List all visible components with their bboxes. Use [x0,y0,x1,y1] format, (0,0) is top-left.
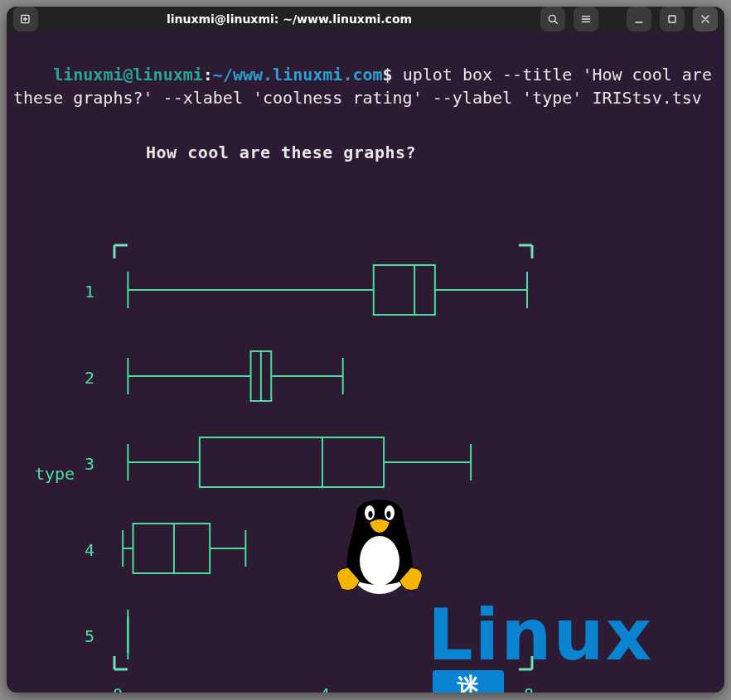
svg-rect-27 [200,437,384,487]
titlebar: linuxmi@linuxmi: ~/www.linuxmi.com [7,7,724,31]
hamburger-icon [579,12,593,26]
prompt-user: linuxmi [53,65,123,84]
prompt-sep: : [203,65,213,84]
box-plot-svg [13,239,724,693]
minimize-button[interactable] [627,7,651,31]
terminal-body[interactable]: linuxmi@linuxmi:~/www.linuxmi.com$ uplot… [7,31,724,693]
svg-rect-33 [133,524,211,573]
svg-rect-2 [669,16,675,22]
prompt-line: linuxmi@linuxmi:~/www.linuxmi.com$ uplot… [13,65,722,108]
chart-title: How cool are these graphs? [146,141,718,164]
close-icon [699,12,712,26]
window-title: linuxmi@linuxmi: ~/www.linuxmi.com [38,13,540,25]
new-tab-button[interactable] [13,7,38,31]
prompt-symbol: $ [383,65,393,84]
search-button[interactable] [540,7,565,31]
svg-rect-15 [374,265,435,315]
prompt-path: ~/www.linuxmi.com [213,65,383,84]
minimize-icon [632,12,646,26]
menu-button[interactable] [574,7,598,31]
search-icon [546,12,559,26]
close-button[interactable] [693,7,718,31]
chart-area: type 1 2 3 4 5 0 4 8 coolness rating [13,239,718,693]
maximize-button[interactable] [660,7,685,31]
maximize-icon [666,12,679,26]
svg-point-1 [549,15,555,22]
new-tab-icon [19,12,32,26]
prompt-host: linuxmi [133,65,203,84]
prompt-at: @ [123,65,133,84]
terminal-window: linuxmi@linuxmi: ~/www.linuxmi.com linux… [7,7,724,693]
